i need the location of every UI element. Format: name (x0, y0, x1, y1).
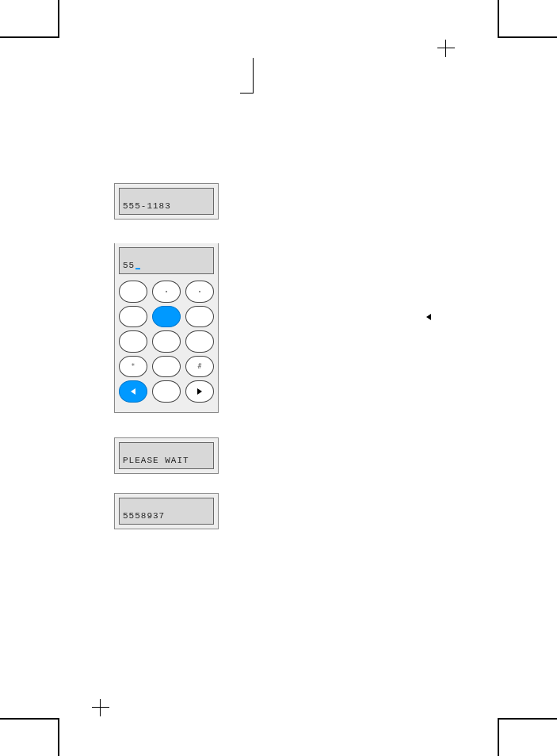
phone-illustration: 55 * # (114, 243, 219, 413)
lcd-display-4: 5558937 (114, 493, 219, 529)
lcd-text: 5558937 (123, 511, 165, 521)
registration-mark-icon (92, 699, 109, 716)
key-8[interactable] (152, 330, 181, 353)
lcd-display-3: PLEASE WAIT (114, 437, 219, 474)
key-4[interactable] (119, 306, 147, 328)
key-3[interactable] (185, 281, 214, 303)
crop-mark (498, 718, 499, 756)
lcd-text: 555-1183 (123, 201, 171, 211)
lcd-text: 55 (123, 261, 135, 270)
nav-right-button[interactable] (185, 380, 214, 403)
crop-mark (498, 36, 557, 38)
key-2[interactable] (152, 281, 181, 303)
key-1[interactable] (119, 281, 147, 303)
crop-mark (0, 718, 59, 720)
cursor-icon (135, 268, 140, 269)
hash-icon: # (198, 363, 202, 370)
triangle-right-icon (197, 388, 202, 395)
lcd-screen: 55 (119, 247, 214, 274)
lcd-screen: PLEASE WAIT (119, 442, 214, 469)
crop-mark (58, 718, 59, 756)
crop-mark (498, 0, 499, 38)
key-7[interactable] (119, 330, 147, 353)
registration-mark-icon (437, 40, 455, 57)
key-9[interactable] (185, 330, 214, 353)
crop-mark (0, 36, 59, 38)
lcd-screen: 555-1183 (119, 188, 214, 215)
key-6[interactable] (185, 306, 214, 328)
key-hash[interactable]: # (185, 356, 214, 378)
crop-mark (58, 0, 59, 38)
keypad: * # (119, 281, 214, 403)
lcd-screen: 5558937 (119, 498, 214, 525)
star-icon: * (132, 363, 135, 370)
fold-mark (253, 58, 254, 94)
fold-mark (240, 93, 253, 94)
key-0[interactable] (152, 356, 181, 378)
lcd-text: PLEASE WAIT (123, 456, 189, 465)
nav-left-button[interactable] (119, 380, 147, 403)
crop-mark (498, 718, 557, 720)
nav-center-button[interactable] (152, 380, 181, 403)
triangle-left-icon (131, 388, 135, 395)
key-star[interactable]: * (119, 356, 147, 378)
key-5[interactable] (152, 306, 181, 328)
lcd-display-1: 555-1183 (114, 183, 219, 220)
side-arrow-icon (426, 314, 431, 320)
